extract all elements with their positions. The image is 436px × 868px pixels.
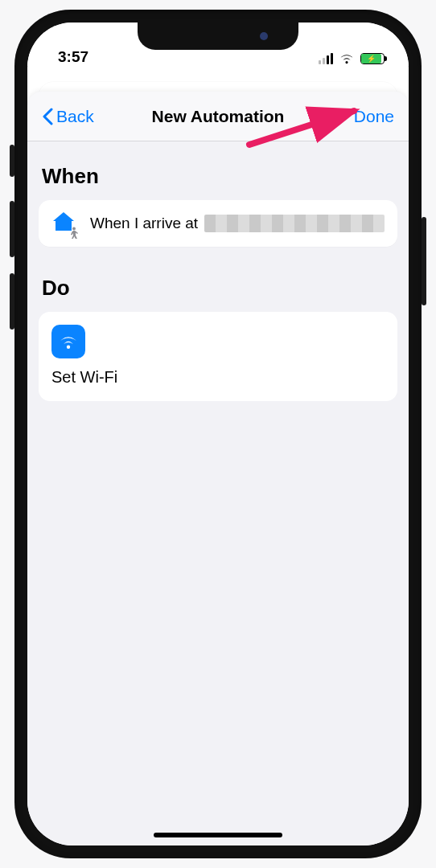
wifi-icon <box>339 53 355 64</box>
wifi-app-icon <box>51 325 85 358</box>
screen: 3:57 ⚡ <box>27 23 409 845</box>
do-action-card[interactable]: Set Wi-Fi <box>39 312 397 401</box>
phone-side-button <box>422 217 426 305</box>
chevron-left-icon <box>42 108 53 125</box>
back-label: Back <box>56 107 94 126</box>
redacted-location <box>204 215 385 232</box>
nav-bar: Back New Automation Done <box>27 92 409 141</box>
do-action-label: Set Wi-Fi <box>51 368 385 387</box>
status-time: 3:57 <box>58 48 88 66</box>
arrive-home-icon <box>51 211 77 236</box>
svg-point-0 <box>72 227 76 231</box>
do-heading: Do <box>42 276 394 301</box>
when-condition-text: When I arrive at <box>90 215 198 232</box>
person-walking-icon <box>68 227 79 240</box>
content-area: When When I arrive at <box>27 141 409 845</box>
modal-sheet: Back New Automation Done When <box>27 92 409 845</box>
done-button[interactable]: Done <box>354 107 394 126</box>
phone-frame: 3:57 ⚡ <box>14 10 422 858</box>
cellular-signal-icon <box>319 53 333 64</box>
when-condition-row[interactable]: When I arrive at <box>39 200 397 247</box>
home-indicator[interactable] <box>154 833 282 837</box>
notch <box>138 23 298 50</box>
battery-charging-icon: ⚡ <box>360 53 385 64</box>
when-heading: When <box>42 164 394 189</box>
back-button[interactable]: Back <box>42 107 94 126</box>
